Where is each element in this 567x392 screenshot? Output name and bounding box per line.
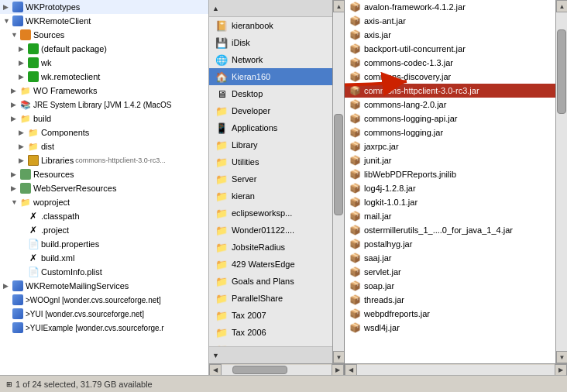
tree-item-label: >YUI [wonder.cvs.sourceforge.net] [26,310,144,318]
place-item-server[interactable]: 📁 Server [209,170,332,187]
tree-item-classpath[interactable]: ✗ .classpath [0,209,208,223]
tree-item-wkremoteclient[interactable]: ▼ WKRemoteClient [0,14,208,28]
place-item-wonder01122[interactable]: 📁 Wonder01122.... [209,222,332,239]
scroll-down-btn[interactable]: ▼ [212,352,219,359]
place-item-goalsandplans[interactable]: 📁 Goals and Plans [209,273,332,290]
file-item-webpdfreports[interactable]: 📦 webpdfreports.jar [345,307,555,321]
file-item-junit[interactable]: 📦 junit.jar [345,153,555,167]
horiz-thumb[interactable] [232,366,287,374]
xml-icon: ✗ [27,210,40,222]
horiz-right-arrow[interactable]: ▶ [332,364,344,376]
file-item-axisant[interactable]: 📦 axis-ant.jar [345,14,555,28]
place-item-library[interactable]: 📁 Library [209,136,332,153]
file-item-axisjar[interactable]: 📦 axis.jar [345,28,555,42]
tree-item-webserverresources[interactable]: ▶ WebServerResources [0,181,208,195]
file-item-libwebpdf[interactable]: 📦 libWebPDFReports.jnilib [345,167,555,181]
project-icon [12,308,24,320]
tree-item-custominfo[interactable]: 📄 CustomInfo.plist [0,265,208,279]
horiz-right-left-arrow[interactable]: ◀ [345,364,357,376]
file-label: postalhyg.jar [364,239,412,249]
file-item-soap[interactable]: 📦 soap.jar [345,279,555,293]
place-item-network[interactable]: 🌐 Network [209,51,332,68]
tree-item-dist[interactable]: ▶ 📁 dist [0,139,208,153]
scrollbar-thumb[interactable] [334,114,343,215]
tree-item-sources[interactable]: ▼ Sources [0,28,208,42]
file-item-logkit[interactable]: 📦 logkit-1.0.1.jar [345,195,555,209]
file-item-commonshttpclient[interactable]: 📦 commons-httpclient-3.0-rc3.jar [345,84,555,98]
file-item-servlet[interactable]: 📦 servlet.jar [345,265,555,279]
tree-item-buildxml[interactable]: ✗ build.xml [0,251,208,265]
tree-item-defaultpkg[interactable]: ▶ (default package) [0,42,208,56]
place-item-eclipseworksp[interactable]: 📁 eclipseworksp... [209,205,332,222]
scroll-up-btn[interactable]: ▲ [212,5,219,12]
horiz-right-right-arrow[interactable]: ▶ [555,364,567,376]
place-item-developer[interactable]: 📁 Developer [209,102,332,119]
desktop-icon: 🖥 [215,88,228,100]
extra-text: commons-httpclient-3.0-rc3... [75,156,166,164]
tree-item-project[interactable]: ✗ .project [0,223,208,237]
file-item-threads[interactable]: 📦 threads.jar [345,293,555,307]
pkg-icon [27,70,40,83]
place-item-tax2007[interactable]: 📁 Tax 2007 [209,307,332,324]
file-item-saaj[interactable]: 📦 saaj.jar [345,251,555,265]
file-item-commonsloggingapi[interactable]: 📦 commons-logging-api.jar [345,112,555,126]
place-item-tax2006[interactable]: 📁 Tax 2006 [209,324,332,341]
horiz-left-arrow[interactable]: ◀ [209,364,222,376]
place-item-kieran160[interactable]: 🏠 Kieran160 [209,68,332,85]
jar-icon: 📦 [349,85,361,96]
tree-item-buildproperties[interactable]: 📄 build.properties [0,237,208,251]
file-label: soap.jar [364,281,394,291]
file-item-ostermiller[interactable]: 📦 ostermillerutils_1_....0_for_java_1_4.… [345,223,555,237]
file-item-jaxrpc[interactable]: 📦 jaxrpc.jar [345,139,555,153]
right-scroll-down[interactable]: ▼ [556,351,567,363]
tree-item-yuiexample[interactable]: >YUIExample [wonder.cvs.sourceforge.r [0,321,208,335]
tree-item-libraries[interactable]: ▶ Libraries commons-httpclient-3.0-rc3..… [0,153,208,167]
file-tree[interactable]: ▶ WKPrototypes ▼ WKRemoteClient ▼ Source… [0,0,209,375]
tree-item-woognl[interactable]: >WOOgnl [wonder.cvs.sourceforge.net] [0,293,208,307]
place-item-parallelshare[interactable]: 📁 ParallelShare [209,290,332,307]
file-label: axis.jar [364,30,391,40]
tree-item-resources[interactable]: ▶ Resources [0,167,208,181]
place-label: ParallelShare [232,294,283,303]
right-scroll-thumb[interactable] [557,29,566,114]
tree-item-wkremoteclient2[interactable]: ▶ wk.remoteclient [0,70,208,84]
tree-item-woframeworks[interactable]: ▶ 📁 WO Frameworks [0,84,208,98]
place-item-utilities[interactable]: 📁 Utilities [209,153,332,170]
file-item-wsdl4j[interactable]: 📦 wsdl4j.jar [345,321,555,335]
place-item-idisk[interactable]: 💾 iDisk [209,34,332,51]
file-item-commonscode[interactable]: 📦 commons-codec-1.3.jar [345,56,555,70]
file-item-mail[interactable]: 📦 mail.jar [345,209,555,223]
tree-item-wk[interactable]: ▶ wk [0,56,208,70]
place-item-429watersedge[interactable]: 📁 429 WatersEdge [209,256,332,273]
middle-panel-list: 📔 kieranbook 💾 iDisk 🌐 Network [209,17,332,346]
jar-icon: 📦 [349,43,361,54]
place-item-kieran[interactable]: 📁 kieran [209,187,332,205]
project-icon [12,322,24,334]
file-item-commonslogging[interactable]: 📦 commons-logging.jar [345,126,555,139]
scrollbar-down-arrow[interactable]: ▼ [333,351,344,363]
horiz-right-track [357,365,555,375]
place-item-tax2005[interactable]: 📁 Tax 2005 [209,341,332,346]
place-item-applications[interactable]: 📱 Applications [209,119,332,136]
place-item-kieranbook[interactable]: 📔 kieranbook [209,17,332,34]
tree-item-yui[interactable]: >YUI [wonder.cvs.sourceforge.net] [0,307,208,321]
tree-item-wkprototypes[interactable]: ▶ WKPrototypes [0,0,208,14]
tree-item-wkrmailingservices[interactable]: ▶ WKRemoteMailingServices [0,279,208,293]
file-item-log4j[interactable]: 📦 log4j-1.2.8.jar [345,181,555,195]
tree-item-components[interactable]: ▶ 📁 Components [0,126,208,139]
place-item-jobsiteradius[interactable]: 📁 JobsiteRadius [209,239,332,256]
file-item-avalon[interactable]: 📦 avalon-framework-4.1.2.jar [345,0,555,14]
jar-icon: 📦 [349,155,361,166]
tree-item-build[interactable]: ▶ 📁 build [0,112,208,126]
tree-item-woproject[interactable]: ▼ 📁 woproject [0,195,208,209]
scrollbar-up-arrow[interactable]: ▲ [333,0,344,12]
file-item-commonslang[interactable]: 📦 commons-lang-2.0.jar [345,98,555,112]
place-item-desktop[interactable]: 🖥 Desktop [209,85,332,102]
jar-icon: 📦 [349,15,361,26]
right-scroll-up[interactable]: ▲ [556,0,567,12]
file-item-backport[interactable]: 📦 backport-util-concurrent.jar [345,42,555,56]
disclosure-triangle: ▶ [19,129,26,136]
tree-item-jre[interactable]: ▶ 📚 JRE System Library [JVM 1.4.2 (MacOS [0,98,208,112]
file-item-commonsdiscovery[interactable]: 📦 commons-discovery.jar [345,70,555,84]
file-item-postalhyg[interactable]: 📦 postalhyg.jar [345,237,555,251]
